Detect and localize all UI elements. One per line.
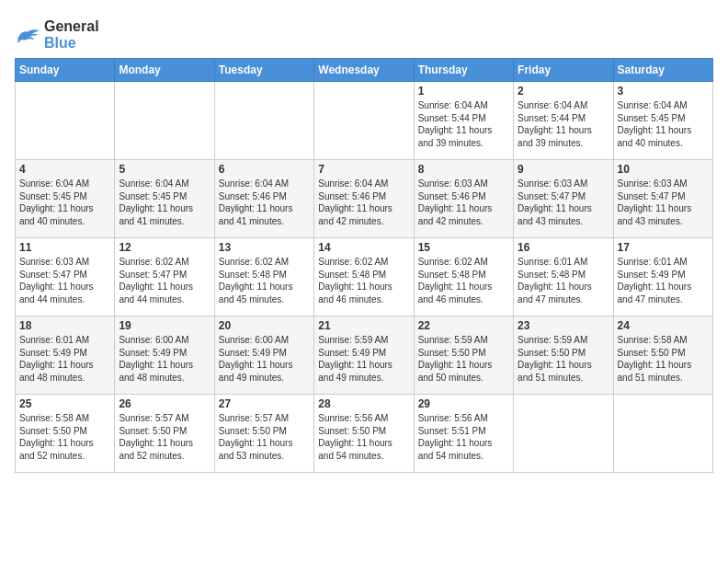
- calendar-cell: 22Sunrise: 5:59 AM Sunset: 5:50 PM Dayli…: [414, 316, 513, 395]
- calendar-cell: 21Sunrise: 5:59 AM Sunset: 5:49 PM Dayli…: [314, 316, 414, 395]
- day-info: Sunrise: 5:56 AM Sunset: 5:51 PM Dayligh…: [418, 412, 509, 462]
- day-number: 27: [219, 397, 310, 410]
- calendar-week-row: 4Sunrise: 6:04 AM Sunset: 5:45 PM Daylig…: [16, 160, 713, 238]
- calendar-cell: 5Sunrise: 6:04 AM Sunset: 5:45 PM Daylig…: [115, 160, 214, 238]
- day-number: 19: [119, 319, 210, 332]
- day-info: Sunrise: 6:03 AM Sunset: 5:47 PM Dayligh…: [19, 256, 110, 305]
- logo-bird-icon: [15, 25, 40, 45]
- day-number: 25: [19, 397, 110, 410]
- day-info: Sunrise: 6:04 AM Sunset: 5:46 PM Dayligh…: [219, 178, 310, 227]
- calendar-cell: 9Sunrise: 6:03 AM Sunset: 5:47 PM Daylig…: [514, 160, 613, 238]
- day-info: Sunrise: 6:01 AM Sunset: 5:48 PM Dayligh…: [518, 256, 609, 305]
- day-number: 12: [119, 241, 210, 254]
- day-info: Sunrise: 6:04 AM Sunset: 5:45 PM Dayligh…: [618, 99, 709, 149]
- day-info: Sunrise: 6:01 AM Sunset: 5:49 PM Dayligh…: [618, 256, 709, 305]
- day-number: 5: [119, 163, 210, 176]
- day-info: Sunrise: 5:58 AM Sunset: 5:50 PM Dayligh…: [19, 412, 110, 462]
- calendar-cell: 27Sunrise: 5:57 AM Sunset: 5:50 PM Dayli…: [214, 395, 313, 473]
- day-info: Sunrise: 6:02 AM Sunset: 5:48 PM Dayligh…: [418, 256, 509, 305]
- day-number: 26: [119, 397, 210, 410]
- calendar-cell: 29Sunrise: 5:56 AM Sunset: 5:51 PM Dayli…: [414, 395, 513, 473]
- calendar-cell: 13Sunrise: 6:02 AM Sunset: 5:48 PM Dayli…: [214, 238, 313, 316]
- day-number: 11: [19, 241, 110, 254]
- day-number: 2: [518, 85, 609, 98]
- day-number: 18: [19, 319, 110, 332]
- logo: General Blue: [15, 18, 99, 51]
- day-info: Sunrise: 6:03 AM Sunset: 5:46 PM Dayligh…: [418, 178, 509, 227]
- calendar-cell: 15Sunrise: 6:02 AM Sunset: 5:48 PM Dayli…: [414, 238, 513, 316]
- day-number: 21: [318, 319, 409, 332]
- calendar-cell: 7Sunrise: 6:04 AM Sunset: 5:46 PM Daylig…: [314, 160, 414, 238]
- day-number: 6: [219, 163, 310, 176]
- calendar-cell: 6Sunrise: 6:04 AM Sunset: 5:46 PM Daylig…: [214, 160, 313, 238]
- calendar-table: SundayMondayTuesdayWednesdayThursdayFrid…: [15, 58, 713, 473]
- day-number: 16: [518, 241, 609, 254]
- calendar-header-row: SundayMondayTuesdayWednesdayThursdayFrid…: [16, 59, 713, 82]
- day-info: Sunrise: 6:02 AM Sunset: 5:48 PM Dayligh…: [318, 256, 409, 305]
- day-info: Sunrise: 6:00 AM Sunset: 5:49 PM Dayligh…: [219, 334, 310, 384]
- calendar-week-row: 11Sunrise: 6:03 AM Sunset: 5:47 PM Dayli…: [16, 238, 713, 316]
- day-info: Sunrise: 6:04 AM Sunset: 5:44 PM Dayligh…: [518, 99, 609, 149]
- calendar-week-row: 25Sunrise: 5:58 AM Sunset: 5:50 PM Dayli…: [16, 395, 713, 473]
- day-number: 9: [518, 163, 609, 176]
- calendar-cell: 11Sunrise: 6:03 AM Sunset: 5:47 PM Dayli…: [16, 238, 115, 316]
- day-number: 7: [318, 163, 409, 176]
- calendar-cell: 3Sunrise: 6:04 AM Sunset: 5:45 PM Daylig…: [613, 82, 712, 160]
- calendar-header-wednesday: Wednesday: [314, 59, 414, 82]
- calendar-header-tuesday: Tuesday: [214, 59, 313, 82]
- calendar-cell: 25Sunrise: 5:58 AM Sunset: 5:50 PM Dayli…: [16, 395, 115, 473]
- calendar-header-sunday: Sunday: [16, 59, 115, 82]
- calendar-week-row: 1Sunrise: 6:04 AM Sunset: 5:44 PM Daylig…: [16, 82, 713, 160]
- calendar-cell: 23Sunrise: 5:59 AM Sunset: 5:50 PM Dayli…: [514, 316, 613, 395]
- calendar-week-row: 18Sunrise: 6:01 AM Sunset: 5:49 PM Dayli…: [16, 316, 713, 395]
- calendar-cell: 28Sunrise: 5:56 AM Sunset: 5:50 PM Dayli…: [314, 395, 414, 473]
- calendar-cell: 17Sunrise: 6:01 AM Sunset: 5:49 PM Dayli…: [613, 238, 712, 316]
- day-info: Sunrise: 5:59 AM Sunset: 5:50 PM Dayligh…: [518, 334, 609, 384]
- day-number: 4: [19, 163, 110, 176]
- calendar-cell: 14Sunrise: 6:02 AM Sunset: 5:48 PM Dayli…: [314, 238, 414, 316]
- calendar-header-monday: Monday: [115, 59, 214, 82]
- calendar-cell: [214, 82, 313, 160]
- calendar-cell: 8Sunrise: 6:03 AM Sunset: 5:46 PM Daylig…: [414, 160, 513, 238]
- calendar-cell: 20Sunrise: 6:00 AM Sunset: 5:49 PM Dayli…: [214, 316, 313, 395]
- calendar-cell: 24Sunrise: 5:58 AM Sunset: 5:50 PM Dayli…: [613, 316, 712, 395]
- day-info: Sunrise: 5:56 AM Sunset: 5:50 PM Dayligh…: [318, 412, 409, 462]
- calendar-header-friday: Friday: [514, 59, 613, 82]
- day-info: Sunrise: 6:00 AM Sunset: 5:49 PM Dayligh…: [119, 334, 210, 384]
- calendar-cell: 10Sunrise: 6:03 AM Sunset: 5:47 PM Dayli…: [613, 160, 712, 238]
- day-info: Sunrise: 6:04 AM Sunset: 5:45 PM Dayligh…: [19, 178, 110, 227]
- calendar-cell: 2Sunrise: 6:04 AM Sunset: 5:44 PM Daylig…: [514, 82, 613, 160]
- day-info: Sunrise: 6:04 AM Sunset: 5:46 PM Dayligh…: [318, 178, 409, 227]
- day-number: 29: [418, 397, 509, 410]
- logo-text-general: General: [44, 18, 99, 34]
- calendar-cell: [514, 395, 613, 473]
- day-number: 20: [219, 319, 310, 332]
- day-number: 14: [318, 241, 409, 254]
- logo-text-blue: Blue: [44, 35, 76, 51]
- day-number: 22: [418, 319, 509, 332]
- day-number: 28: [318, 397, 409, 410]
- calendar-cell: 18Sunrise: 6:01 AM Sunset: 5:49 PM Dayli…: [16, 316, 115, 395]
- day-info: Sunrise: 5:59 AM Sunset: 5:50 PM Dayligh…: [418, 334, 509, 384]
- day-number: 8: [418, 163, 509, 176]
- calendar-cell: 12Sunrise: 6:02 AM Sunset: 5:47 PM Dayli…: [115, 238, 214, 316]
- calendar-cell: 1Sunrise: 6:04 AM Sunset: 5:44 PM Daylig…: [414, 82, 513, 160]
- day-number: 23: [518, 319, 609, 332]
- day-info: Sunrise: 5:59 AM Sunset: 5:49 PM Dayligh…: [318, 334, 409, 384]
- calendar-cell: [16, 82, 115, 160]
- day-number: 10: [618, 163, 709, 176]
- calendar-cell: [115, 82, 214, 160]
- day-info: Sunrise: 6:02 AM Sunset: 5:47 PM Dayligh…: [119, 256, 210, 305]
- calendar-cell: [314, 82, 414, 160]
- day-number: 1: [418, 85, 509, 98]
- day-info: Sunrise: 6:01 AM Sunset: 5:49 PM Dayligh…: [19, 334, 110, 384]
- calendar-cell: [613, 395, 712, 473]
- day-number: 13: [219, 241, 310, 254]
- day-number: 17: [618, 241, 709, 254]
- day-info: Sunrise: 6:03 AM Sunset: 5:47 PM Dayligh…: [618, 178, 709, 227]
- calendar-header-thursday: Thursday: [414, 59, 513, 82]
- calendar-cell: 4Sunrise: 6:04 AM Sunset: 5:45 PM Daylig…: [16, 160, 115, 238]
- day-info: Sunrise: 5:57 AM Sunset: 5:50 PM Dayligh…: [119, 412, 210, 462]
- calendar-cell: 26Sunrise: 5:57 AM Sunset: 5:50 PM Dayli…: [115, 395, 214, 473]
- page-header: General Blue: [15, 15, 713, 51]
